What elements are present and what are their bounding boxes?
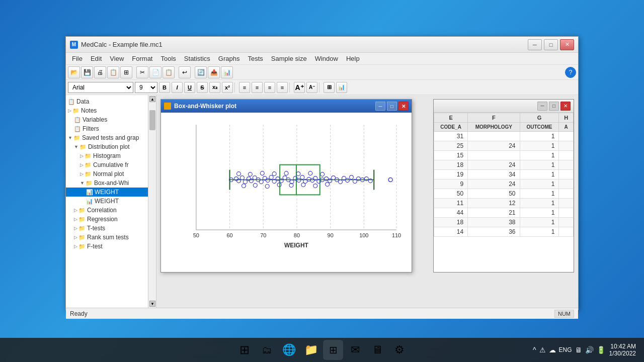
- list-button[interactable]: ≡: [277, 82, 288, 93]
- table-cell[interactable]: 1: [520, 141, 559, 151]
- table-cell-a[interactable]: [559, 160, 574, 170]
- menu-tests[interactable]: Tests: [244, 54, 267, 63]
- sidebar-item-ranksum[interactable]: ▷ 📁 Rank sum tests: [66, 233, 156, 242]
- menu-view[interactable]: View: [106, 54, 128, 63]
- menu-sample-size[interactable]: Sample size: [267, 54, 311, 63]
- table-cell-a[interactable]: [559, 199, 574, 208]
- table-cell-a[interactable]: [559, 227, 574, 237]
- taskbar-edge[interactable]: 🌐: [279, 340, 299, 360]
- table-cell[interactable]: 12: [468, 199, 520, 208]
- plot-close-button[interactable]: ✕: [398, 102, 409, 111]
- subscript-button[interactable]: x₂: [209, 82, 220, 93]
- sidebar-item-ttests[interactable]: ▷ 📁 T-tests: [66, 224, 156, 233]
- table-cell[interactable]: 25: [434, 141, 468, 151]
- sidebar-item-notes[interactable]: ▷ 📁 Notes: [66, 106, 156, 115]
- table-cell-a[interactable]: [559, 151, 574, 160]
- menu-window[interactable]: Window: [311, 54, 342, 63]
- table-cell[interactable]: 19: [434, 170, 468, 179]
- data-panel-minimize[interactable]: ─: [537, 102, 547, 111]
- clipboard-button[interactable]: 📋: [163, 66, 175, 78]
- menu-file[interactable]: File: [68, 54, 87, 63]
- font-selector[interactable]: Arial: [68, 82, 133, 93]
- refresh-button[interactable]: 🔄: [195, 66, 207, 78]
- help-button[interactable]: ?: [565, 67, 576, 78]
- superscript-button[interactable]: x²: [222, 82, 233, 93]
- taskbar-settings[interactable]: ⚙: [389, 340, 410, 360]
- sidebar-item-correlation[interactable]: ▷ 📁 Correlation: [66, 206, 156, 215]
- taskbar-store[interactable]: ⊞: [323, 340, 343, 360]
- sidebar-item-weight1[interactable]: 📊 WEIGHT: [66, 188, 156, 197]
- strikethrough-button[interactable]: S: [197, 82, 208, 93]
- align-center-button[interactable]: ≡: [252, 82, 263, 93]
- taskbar-datetime[interactable]: 10:42 AM 1/30/2022: [609, 343, 636, 357]
- table-cell[interactable]: 15: [434, 151, 468, 160]
- table-cell[interactable]: 1: [520, 218, 559, 227]
- copy-button[interactable]: 📄: [149, 66, 162, 78]
- taskbar-mail[interactable]: ✉: [345, 340, 365, 360]
- export2-button[interactable]: 📊: [221, 66, 233, 78]
- data-panel-close[interactable]: ✕: [560, 102, 571, 111]
- plot-minimize-button[interactable]: ─: [375, 102, 385, 111]
- menu-graphs[interactable]: Graphs: [214, 54, 244, 63]
- table-cell[interactable]: 1: [520, 208, 559, 218]
- table-cell[interactable]: 1: [520, 132, 559, 141]
- table-cell-a[interactable]: [559, 170, 574, 179]
- save-button[interactable]: 💾: [81, 66, 93, 78]
- sidebar-item-ftest[interactable]: ▷ 📁 F-test: [66, 242, 156, 251]
- scroll-down-button[interactable]: ▼: [149, 301, 155, 307]
- sidebar-item-normal-plot[interactable]: ▷ 📁 Normal plot: [66, 169, 156, 178]
- taskbar-explorer[interactable]: 📁: [301, 340, 321, 360]
- font-increase-button[interactable]: A⁺: [294, 82, 305, 93]
- menu-statistics[interactable]: Statistics: [180, 54, 214, 63]
- table-cell[interactable]: 18: [434, 160, 468, 170]
- paste-button[interactable]: 📋: [107, 66, 119, 78]
- table-cell-a[interactable]: [559, 189, 574, 199]
- minimize-button[interactable]: ─: [528, 39, 542, 50]
- font-size-selector[interactable]: 9: [135, 82, 157, 93]
- grid-button[interactable]: ⊞: [120, 66, 132, 78]
- table-cell[interactable]: 1: [520, 170, 559, 179]
- taskbar-search[interactable]: 🗂: [257, 340, 277, 360]
- chart-format-button[interactable]: 📊: [336, 82, 347, 93]
- table-cell[interactable]: 1: [520, 227, 559, 237]
- italic-button[interactable]: I: [172, 82, 183, 93]
- menu-edit[interactable]: Edit: [87, 54, 106, 63]
- table-cell[interactable]: 9: [434, 179, 468, 189]
- underline-button[interactable]: U: [184, 82, 195, 93]
- table-cell-a[interactable]: [559, 218, 574, 227]
- table-cell[interactable]: 11: [434, 199, 468, 208]
- menu-help[interactable]: Help: [342, 54, 364, 63]
- table-cell[interactable]: 36: [468, 227, 520, 237]
- table-cell[interactable]: 50: [434, 189, 468, 199]
- table-cell[interactable]: 31: [434, 132, 468, 141]
- table-cell[interactable]: 1: [520, 160, 559, 170]
- table-button[interactable]: ⊞: [324, 82, 335, 93]
- cut-button[interactable]: ✂: [136, 66, 148, 78]
- table-cell[interactable]: 24: [468, 141, 520, 151]
- table-cell[interactable]: 18: [434, 218, 468, 227]
- table-cell[interactable]: 44: [434, 208, 468, 218]
- close-button[interactable]: ✕: [560, 39, 574, 50]
- align-left-button[interactable]: ≡: [239, 82, 250, 93]
- table-cell[interactable]: [468, 132, 520, 141]
- table-cell[interactable]: 50: [468, 189, 520, 199]
- taskbar-app1[interactable]: 🖥: [367, 340, 387, 360]
- table-cell[interactable]: 1: [520, 151, 559, 160]
- table-cell[interactable]: 21: [468, 208, 520, 218]
- align-right-button[interactable]: ≡: [264, 82, 275, 93]
- bold-button[interactable]: B: [159, 82, 170, 93]
- sidebar-item-regression[interactable]: ▷ 📁 Regression: [66, 215, 156, 224]
- print-button[interactable]: 🖨: [94, 66, 106, 78]
- sidebar-item-variables[interactable]: 📋 Variables: [66, 115, 156, 124]
- sidebar-item-distribution[interactable]: ▼ 📁 Distribution plot: [66, 142, 156, 151]
- sidebar-item-weight2[interactable]: 📊 WEIGHT: [66, 197, 156, 206]
- sidebar-item-data[interactable]: 📋 Data: [66, 97, 156, 106]
- undo-button[interactable]: ↩: [179, 66, 191, 78]
- menu-format[interactable]: Format: [128, 54, 156, 63]
- show-hidden-icon[interactable]: ^: [533, 346, 536, 354]
- table-cell[interactable]: 1: [520, 189, 559, 199]
- table-cell[interactable]: 24: [468, 179, 520, 189]
- table-cell[interactable]: 24: [468, 160, 520, 170]
- font-decrease-button[interactable]: A⁻: [306, 82, 317, 93]
- maximize-button[interactable]: □: [544, 39, 558, 50]
